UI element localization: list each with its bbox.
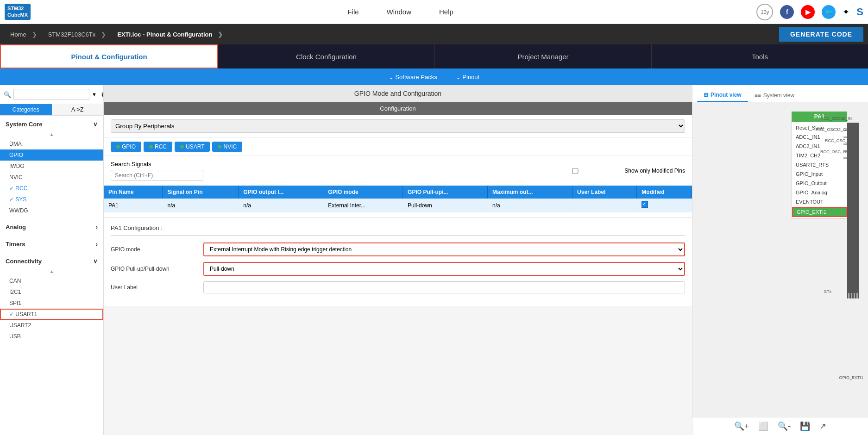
sidebar-item-spi1[interactable]: SPI1 [0, 298, 103, 309]
col-signal: Signal on Pin [163, 186, 239, 199]
breadcrumb-device[interactable]: STM32F103C6Tx [43, 24, 112, 44]
pin-label-gpio-exti1[interactable]: GPIO_EXTI1 [792, 207, 847, 217]
sidebar-section-timers: Timers › [0, 236, 103, 253]
filter-tab-rcc[interactable]: RCC [144, 142, 172, 152]
pin-label-gpio-output[interactable]: GPIO_Output [792, 179, 847, 187]
search-signals-label: Search Signals [111, 161, 203, 168]
chevron-down-icon-connectivity: ∨ [93, 258, 98, 265]
col-max-output: Maximum out... [488, 186, 572, 199]
breadcrumb-home[interactable]: Home [5, 24, 43, 44]
cell-user-label [572, 199, 637, 212]
pa1-config-title: PA1 Configuration : [111, 224, 685, 236]
show-modified-area: Show only Modified Pins [529, 168, 685, 174]
pa1-config-section: PA1 Configuration : GPIO mode External I… [104, 217, 692, 306]
generate-code-button[interactable]: GENERATE CODE [779, 27, 863, 42]
table-row[interactable]: PA1 n/a n/a External Inter... Pull-down … [104, 199, 692, 212]
tab-project[interactable]: Project Manager [435, 44, 652, 68]
pin-label-gpio-analog[interactable]: GPIO_Analog [792, 188, 847, 197]
filter-tab-usart[interactable]: USART [175, 142, 210, 152]
tab-pinout-view[interactable]: ⊞ Pinout view [697, 89, 748, 102]
sidebar-section-connectivity: Connectivity ∨ ▲ CAN I2C1 SPI1 ✓ USART1 … [0, 253, 103, 344]
sidebar-item-iwdg[interactable]: IWDG [0, 161, 103, 172]
sidebar-section-header-timers[interactable]: Timers › [0, 238, 103, 250]
chip-side-label: RCC_OSC_IN [816, 138, 852, 143]
col-user-label: User Label [572, 186, 637, 199]
sub-tab-pinout[interactable]: ⌄ Pinout [456, 74, 479, 81]
sidebar-item-wwdg[interactable]: WWDG [0, 205, 103, 216]
side-chip-labels: RCC_OSC32_IN RCC_OSC32_OUT RCC_OSC_IN RC… [816, 116, 852, 154]
col-modified: Modified [637, 186, 692, 199]
sidebar-item-gpio[interactable]: GPIO [0, 149, 103, 161]
check-icon-usart1: ✓ [9, 311, 15, 317]
system-view-icon: ≡≡ [755, 92, 761, 99]
frame-icon[interactable]: ⬜ [758, 421, 768, 431]
sidebar-section-header-analog[interactable]: Analog › [0, 221, 103, 233]
dropdown-arrow-icon[interactable]: ▼ [92, 92, 97, 97]
user-label-input[interactable] [203, 281, 685, 293]
sidebar-item-rcc[interactable]: ✓ RCC [0, 183, 103, 194]
section-label-analog: Analog [6, 224, 26, 230]
chip-side-label: RCC_OSC_OUT [816, 149, 852, 154]
user-label-row: User Label [111, 281, 685, 293]
pull-label: GPIO Pull-up/Pull-down [111, 266, 194, 272]
sidebar: 🔍 ▼ ⚙ Categories A->Z System Core ∨ ▲ DM… [0, 85, 104, 435]
pinout-area: PA1 Reset_State ADC1_IN1 ADC2_IN1 TIM2_C… [692, 102, 868, 417]
sidebar-item-nvic[interactable]: NVIC [0, 172, 103, 183]
tab-clock[interactable]: Clock Configuration [218, 44, 435, 68]
sidebar-item-dma[interactable]: DMA [0, 138, 103, 149]
save-icon[interactable]: 💾 [800, 421, 810, 431]
gpio-mode-label: GPIO mode [111, 246, 194, 253]
pin-label-eventout[interactable]: EVENTOUT [792, 198, 847, 206]
menu-window[interactable]: Window [387, 8, 411, 16]
cell-signal: n/a [163, 199, 239, 212]
sidebar-tab-categories[interactable]: Categories [0, 104, 52, 115]
filter-tab-gpio[interactable]: GPIO [111, 142, 141, 152]
pin-label-gpio-input[interactable]: GPIO_Input [792, 170, 847, 178]
pull-select[interactable]: Pull-down [203, 262, 685, 276]
chip-label: STx [824, 289, 831, 294]
tab-system-view[interactable]: ≡≡ System view [748, 89, 801, 102]
sidebar-item-i2c1[interactable]: I2C1 [0, 286, 103, 298]
youtube-icon[interactable]: ▶ [801, 5, 815, 19]
chip-bottom-pins [847, 293, 859, 298]
col-gpio-output: GPIO output l... [239, 186, 323, 199]
menu-file[interactable]: File [347, 8, 359, 16]
zoom-out-icon[interactable]: 🔍- [778, 421, 791, 431]
menu-help[interactable]: Help [439, 8, 453, 16]
filter-tab-nvic[interactable]: NVIC [212, 142, 242, 152]
sidebar-section-header-connectivity[interactable]: Connectivity ∨ [0, 255, 103, 267]
sidebar-item-usb[interactable]: USB [0, 331, 103, 342]
col-gpio-mode: GPIO mode [323, 186, 403, 199]
sidebar-section-header-system-core[interactable]: System Core ∨ [0, 118, 103, 130]
sidebar-item-sys[interactable]: ✓ SYS [0, 194, 103, 205]
st-logo-icon[interactable]: S [856, 6, 863, 18]
network-icon[interactable]: ✦ [843, 7, 849, 17]
sidebar-item-can[interactable]: CAN [0, 275, 103, 286]
breadcrumb-bar: Home STM32F103C6Tx EXTI.ioc - Pinout & C… [0, 24, 868, 44]
sidebar-item-usart1[interactable]: ✓ USART1 [0, 309, 103, 320]
tab-pinout[interactable]: Pinout & Configuration [0, 44, 218, 68]
sidebar-section-analog: Analog › [0, 218, 103, 236]
facebook-icon[interactable]: f [780, 5, 794, 19]
cell-pin-name: PA1 [104, 199, 163, 212]
sub-tab-software-packs[interactable]: ⌄ Software Packs [389, 74, 437, 81]
pin-label-usart2-rts[interactable]: USART2_RTS [792, 161, 847, 169]
zoom-in-icon[interactable]: 🔍+ [734, 421, 749, 431]
sidebar-tab-atoz[interactable]: A->Z [52, 104, 104, 115]
menu-right-icons: 10y f ▶ 🐦 ✦ S [756, 4, 863, 20]
tab-tools[interactable]: Tools [652, 44, 868, 68]
cell-max-output: n/a [488, 199, 572, 212]
anniversary-icon: 10y [756, 4, 773, 20]
gpio-mode-select[interactable]: External Interrupt Mode with Rising edge… [203, 242, 685, 256]
cell-gpio-mode: External Inter... [323, 199, 403, 212]
gpio-exti1-chip-label: GPIO_EXTI1 [839, 375, 863, 380]
show-modified-checkbox[interactable] [529, 168, 622, 174]
export-icon[interactable]: ↗ [819, 421, 826, 431]
search-signals-input[interactable] [111, 170, 203, 181]
col-pull: GPIO Pull-up/... [403, 186, 488, 199]
sidebar-item-usart2[interactable]: USART2 [0, 320, 103, 331]
group-by-select[interactable]: Group By Peripherals [111, 119, 685, 133]
gpio-panel-title: GPIO Mode and Configuration [104, 85, 692, 102]
twitter-icon[interactable]: 🐦 [822, 5, 836, 19]
sidebar-search-input[interactable] [13, 89, 89, 100]
